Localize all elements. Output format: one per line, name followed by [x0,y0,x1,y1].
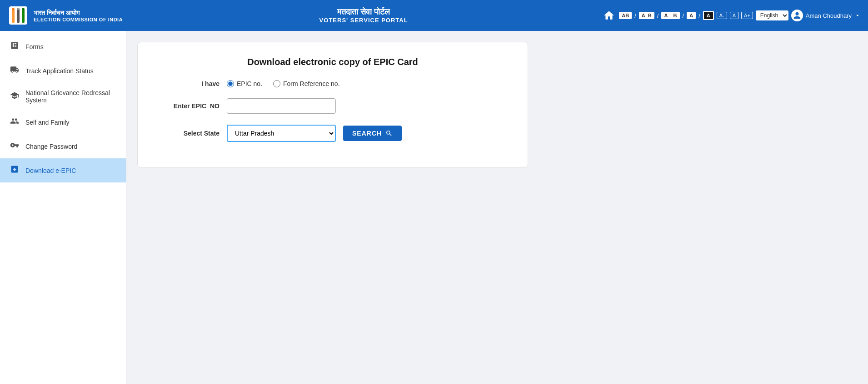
font-size-a-button[interactable]: A [730,12,738,19]
form-ref-radio[interactable] [273,80,280,87]
sidebar: Forms Track Application Status National … [0,31,126,384]
search-icon [385,130,393,137]
svg-rect-1 [12,8,15,23]
eci-logo [7,5,29,26]
sidebar-self-family-label: Self and Family [25,119,69,126]
logo-section: भारत निर्वाचन आयोग ELECTION COMMISSION O… [7,5,125,26]
sidebar-item-track[interactable]: Track Application Status [0,59,126,83]
state-select[interactable]: Andhra Pradesh Arunachal Pradesh Assam B… [227,125,336,142]
sidebar-item-change-password[interactable]: Change Password [0,134,126,158]
i-have-label: I have [156,80,219,87]
epic-no-label: EPIC no. [237,80,262,87]
form-ref-label: Form Reference no. [283,80,340,87]
state-label: Select State [156,130,219,137]
portal-hindi: मतदाता सेवा पोर्टल [125,7,602,17]
slash-3: / [683,12,684,19]
sidebar-change-password-label: Change Password [25,143,77,150]
home-button[interactable] [602,8,616,23]
org-text: भारत निर्वाचन आयोग ELECTION COMMISSION O… [34,9,123,22]
org-english: ELECTION COMMISSION OF INDIA [34,17,123,22]
user-avatar [791,10,803,21]
track-icon [9,65,20,76]
card-title: Download electronic copy of EPIC Card [156,57,509,67]
epic-no-option[interactable]: EPIC no. [227,80,262,87]
language-select[interactable]: English [756,10,788,20]
radio-row: I have EPIC no. Form Reference no. [156,80,509,87]
text-style-a-button[interactable]: A [687,12,696,19]
epic-download-card: Download electronic copy of EPIC Card I … [137,42,528,168]
svg-rect-2 [17,8,20,23]
radio-group: EPIC no. Form Reference no. [227,80,340,87]
slash-2: / [657,12,659,19]
state-row: Select State Andhra Pradesh Arunachal Pr… [156,125,509,142]
epic-no-field-label: Enter EPIC_NO [156,102,219,110]
sidebar-track-label: Track Application Status [25,67,94,75]
main-content: Download electronic copy of EPIC Card I … [126,31,868,384]
form-ref-option[interactable]: Form Reference no. [273,80,340,87]
header-controls: AB / A_B / A__B / A / A A- A A+ English … [602,8,861,23]
svg-point-5 [17,8,19,10]
svg-point-4 [12,8,14,10]
slash-1: / [634,12,636,19]
font-size-a-plus-button[interactable]: A+ [741,12,753,19]
home-icon [603,10,615,21]
sidebar-item-forms[interactable]: Forms [0,35,126,59]
user-icon [793,11,801,20]
search-button[interactable]: SEARCH [343,126,402,141]
sidebar-item-self-family[interactable]: Self and Family [0,110,126,134]
epic-no-row: Enter EPIC_NO [156,98,509,114]
org-hindi: भारत निर्वाचन आयोग [34,9,123,17]
user-name: Aman Choudhary [806,12,852,19]
sidebar-forms-label: Forms [25,43,44,51]
svg-rect-3 [22,8,25,23]
grievance-icon [9,91,20,102]
sidebar-grievance-label: National Grievance Redressal System [25,89,117,104]
main-layout: Forms Track Application Status National … [0,31,868,384]
font-size-a-minus-button[interactable]: A- [717,12,727,19]
sidebar-item-grievance[interactable]: National Grievance Redressal System [0,83,126,110]
download-epic-icon [9,165,20,176]
change-password-icon [9,141,20,152]
portal-title: मतदाता सेवा पोर्टल VOTERS' SERVICE PORTA… [125,7,602,24]
text-style-a-b-button[interactable]: A_B [639,12,654,19]
search-btn-label: SEARCH [352,130,382,137]
text-style-ab-button[interactable]: AB [619,12,632,19]
slash-4: / [698,12,700,19]
text-style-a-active-button[interactable]: A [703,11,714,20]
self-family-icon [9,116,20,128]
header: भारत निर्वाचन आयोग ELECTION COMMISSION O… [0,0,868,31]
sidebar-download-epic-label: Download e-EPIC [25,167,76,174]
user-section[interactable]: Aman Choudhary [791,10,861,21]
forms-icon [9,41,20,52]
portal-english: VOTERS' SERVICE PORTAL [125,17,602,24]
epic-no-input[interactable] [227,98,336,114]
sidebar-item-download-epic[interactable]: Download e-EPIC [0,158,126,182]
text-style-a--b-button[interactable]: A__B [661,12,679,19]
chevron-down-icon [854,12,861,19]
svg-point-6 [22,8,24,10]
epic-no-radio[interactable] [227,80,234,87]
